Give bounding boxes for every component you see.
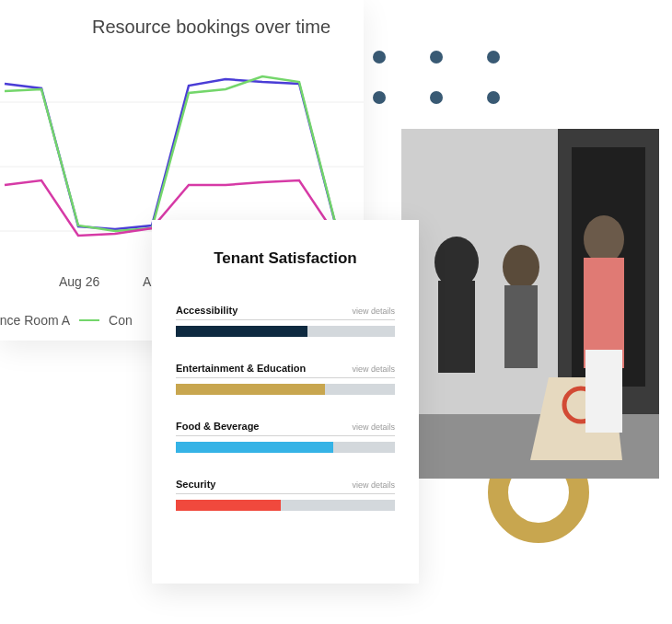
metric-label: Entertainment & Education: [176, 363, 306, 374]
metric-label: Food & Beverage: [176, 421, 259, 432]
x-axis-label: Aug 26: [59, 274, 99, 289]
satisfaction-metric: Food & Beverageview details: [176, 421, 395, 453]
satisfaction-metric: Accessibilityview details: [176, 305, 395, 337]
card-title: Tenant Satisfaction: [176, 249, 395, 268]
tenant-satisfaction-card: Tenant Satisfaction Accessibilityview de…: [152, 220, 419, 584]
svg-rect-13: [504, 285, 538, 368]
metric-bar-track: [176, 442, 395, 453]
metric-bar-track: [176, 384, 395, 395]
metric-bar-fill: [176, 384, 325, 395]
metric-bar-fill: [176, 500, 281, 511]
view-details-link[interactable]: view details: [352, 480, 395, 490]
view-details-link[interactable]: view details: [352, 422, 395, 432]
metric-label: Security: [176, 479, 215, 490]
svg-point-14: [584, 215, 624, 263]
chart-legend: ence Room A Con: [0, 313, 133, 328]
metric-label: Accessibility: [176, 305, 238, 316]
tenant-event-photo: [401, 129, 659, 479]
view-details-link[interactable]: view details: [352, 364, 395, 374]
chart-title: Resource bookings over time: [0, 0, 364, 38]
metric-bar-track: [176, 500, 395, 511]
satisfaction-metric: Securityview details: [176, 479, 395, 511]
metric-bar-track: [176, 326, 395, 337]
svg-rect-16: [585, 350, 622, 433]
metric-bar-fill: [176, 326, 307, 337]
legend-label: ence Room A: [0, 313, 70, 328]
svg-point-10: [434, 237, 479, 288]
decorative-dot-grid: [373, 51, 500, 104]
metric-bar-fill: [176, 442, 333, 453]
legend-swatch-green: [79, 319, 99, 321]
svg-point-12: [503, 245, 539, 289]
satisfaction-metric: Entertainment & Educationview details: [176, 363, 395, 395]
svg-rect-11: [438, 281, 475, 373]
view-details-link[interactable]: view details: [352, 306, 395, 316]
legend-label: Con: [109, 313, 133, 328]
